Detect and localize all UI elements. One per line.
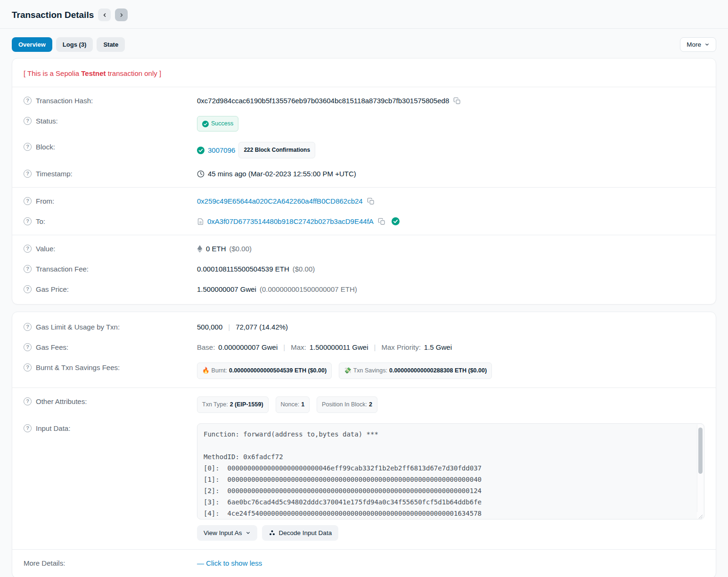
gas-price-label: Gas Price: (36, 284, 69, 294)
divider (12, 87, 716, 87)
more-button-label: More (687, 41, 701, 48)
divider (12, 387, 716, 388)
next-transaction-button[interactable] (115, 8, 128, 21)
txn-type-badge: Txn Type: 2 (EIP-1559) (197, 396, 269, 413)
more-details-label: More Details: (24, 558, 65, 568)
gas-usage-value: 72,077 (14.42%) (236, 322, 288, 332)
more-details-row: More Details: — Click to show less (24, 553, 704, 573)
help-icon (24, 397, 32, 405)
tab-logs[interactable]: Logs (3) (56, 37, 93, 52)
input-data-content: Function: forward(address to,bytes data)… (197, 424, 704, 519)
gas-limit-row: Gas Limit & Usage by Txn: 500,000 | 72,0… (24, 317, 704, 337)
value-eth: 0 ETH (206, 244, 226, 254)
copy-icon (378, 218, 385, 225)
more-button[interactable]: More (680, 37, 716, 52)
testnet-warning: [ This is a Sepolia Testnet transaction … (24, 63, 704, 83)
chevron-down-icon (245, 530, 251, 536)
separator: | (281, 342, 287, 352)
transaction-fee-eth: 0.000108115500504539 ETH (197, 264, 289, 274)
gas-fees-label: Gas Fees: (36, 342, 68, 352)
check-circle-icon (202, 121, 209, 127)
block-label: Block: (36, 142, 55, 152)
help-icon (24, 117, 32, 125)
separator: | (226, 322, 232, 332)
divider (12, 549, 716, 550)
value-row: Value: 0 ETH ($0.00) (24, 239, 704, 259)
other-attributes-label: Other Attributes: (36, 396, 87, 406)
to-address-link[interactable]: 0xA3f07D6773514480b918C2742b027b3acD9E44… (207, 216, 374, 226)
block-row: Block: 3007096 222 Block Confirmations (24, 137, 704, 164)
transaction-details-card: Gas Limit & Usage by Txn: 500,000 | 72,0… (12, 312, 716, 577)
help-icon (24, 97, 32, 105)
copy-from-address-button[interactable] (366, 198, 376, 205)
transaction-hash-value: 0xc72d984ccac6190b5f135576eb97b03604bc81… (197, 96, 449, 106)
transaction-overview-card: [ This is a Sepolia Testnet transaction … (12, 58, 716, 305)
max-fee-value: 1.500000011 Gwei (310, 342, 368, 352)
max-priority-fee-value: 1.5 Gwei (424, 342, 452, 352)
show-less-link[interactable]: — Click to show less (197, 558, 262, 568)
verified-check-icon (392, 217, 400, 225)
burnt-label: Burnt: (212, 366, 227, 376)
position-in-block-badge: Position In Block: 2 (317, 396, 377, 413)
from-row: From: 0x259c49E65644a020C2A642260a4ffB0C… (24, 191, 704, 211)
divider (12, 235, 716, 235)
gas-price-eth: (0.000000001500000007 ETH) (260, 284, 357, 294)
gas-fees-row: Gas Fees: Base: 0.000000007 Gwei | Max: … (24, 337, 704, 357)
gas-limit-value: 500,000 (197, 322, 222, 332)
divider (0, 28, 728, 29)
input-data-label: Input Data: (36, 423, 70, 433)
fire-icon: 🔥 (202, 366, 210, 376)
contract-file-icon (197, 218, 204, 225)
scrollbar-track (697, 424, 703, 519)
resize-grip-icon (697, 513, 703, 519)
help-icon (24, 170, 32, 178)
burnt-value: 0.000000000000504539 ETH ($0.00) (229, 366, 327, 376)
transaction-fee-label: Transaction Fee: (36, 264, 89, 274)
eth-icon (197, 245, 203, 253)
copy-hash-button[interactable] (452, 97, 462, 105)
base-fee-value: 0.000000007 Gwei (218, 342, 278, 352)
status-badge: Success (197, 116, 238, 132)
txn-savings-badge: 💸 Txn Savings: 0.000000000000288308 ETH … (339, 363, 492, 379)
burnt-savings-row: Burnt & Txn Savings Fees: 🔥 Burnt: 0.000… (24, 357, 704, 384)
value-label: Value: (36, 244, 55, 254)
money-wings-icon: 💸 (344, 366, 352, 376)
help-icon (24, 197, 32, 205)
input-data-textarea[interactable]: Function: forward(address to,bytes data)… (197, 423, 704, 519)
status-row: Status: Success (24, 111, 704, 137)
status-label: Status: (36, 116, 58, 126)
view-input-as-button[interactable]: View Input As (197, 525, 257, 541)
decode-input-data-button[interactable]: Decode Input Data (262, 525, 339, 541)
chevron-down-icon (704, 42, 710, 47)
separator: | (372, 342, 378, 352)
title-bar: Transaction Details (12, 0, 716, 28)
help-icon (24, 285, 32, 293)
tab-state[interactable]: State (97, 37, 125, 52)
input-data-row: Input Data: Function: forward(address to… (24, 418, 704, 546)
help-icon (24, 265, 32, 273)
base-fee-label: Base: (197, 342, 215, 352)
help-icon (24, 363, 32, 371)
transaction-fee-usd: ($0.00) (293, 264, 315, 274)
transaction-fee-row: Transaction Fee: 0.000108115500504539 ET… (24, 259, 704, 279)
help-icon (24, 343, 32, 351)
copy-icon (453, 97, 461, 105)
scrollbar-thumb[interactable] (698, 428, 703, 474)
previous-transaction-button[interactable] (98, 8, 111, 21)
chevron-left-icon (102, 12, 107, 18)
value-usd: ($0.00) (229, 244, 252, 254)
tab-bar: Overview Logs (3) State More (12, 37, 716, 52)
timestamp-row: Timestamp: 45 mins ago (Mar-02-2023 12:5… (24, 164, 704, 184)
help-icon (24, 245, 32, 253)
timestamp-label: Timestamp: (36, 169, 73, 179)
max-fee-label: Max: (291, 342, 306, 352)
copy-icon (367, 198, 375, 205)
copy-to-address-button[interactable] (377, 218, 386, 225)
from-address-link[interactable]: 0x259c49E65644a020C2A642260a4ffB0CD862cb… (197, 196, 363, 206)
gas-limit-label: Gas Limit & Usage by Txn: (36, 322, 120, 332)
resize-grip[interactable] (697, 512, 703, 519)
block-number-link[interactable]: 3007096 (208, 145, 235, 155)
timestamp-value: 45 mins ago (Mar-02-2023 12:55:00 PM +UT… (208, 169, 356, 179)
to-row: To: 0xA3f07D6773514480b918C2742b027b3acD… (24, 211, 704, 231)
tab-overview[interactable]: Overview (12, 37, 52, 52)
